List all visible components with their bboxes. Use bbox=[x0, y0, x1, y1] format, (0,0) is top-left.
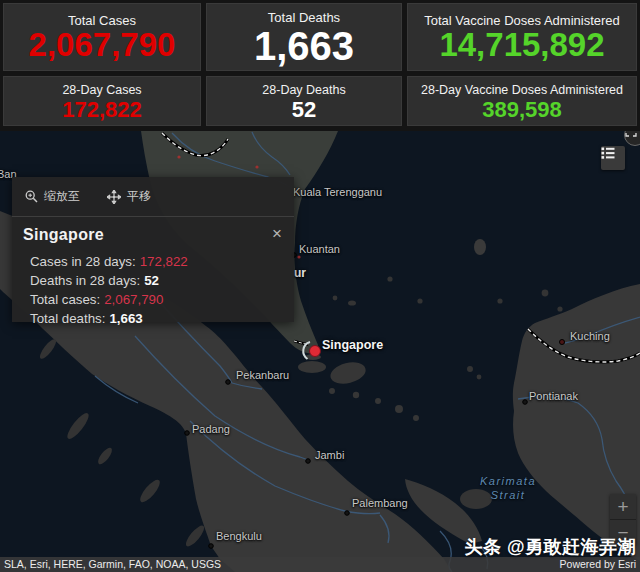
stat-row-label: Cases in 28 days: bbox=[30, 254, 136, 269]
island bbox=[557, 306, 562, 311]
stat-row-value: 172,822 bbox=[140, 254, 188, 269]
island bbox=[329, 388, 335, 394]
stat-label: Total Deaths bbox=[268, 10, 340, 25]
island bbox=[467, 366, 473, 372]
stat-value: 1,663 bbox=[254, 25, 354, 67]
stat-panel-total-deaths: Total Deaths 1,663 bbox=[206, 3, 402, 71]
expand-arrows-icon bbox=[625, 131, 637, 137]
island bbox=[497, 298, 502, 303]
popup-stats: Cases in 28 days:172,822 Deaths in 28 da… bbox=[30, 252, 280, 328]
island bbox=[417, 298, 422, 303]
stats-header: Total Cases 2,067,790 Total Deaths 1,663… bbox=[0, 0, 640, 131]
island bbox=[477, 375, 482, 380]
popup-title: Singapore bbox=[23, 226, 280, 244]
stat-row-value: 1,663 bbox=[109, 311, 142, 326]
stat-row-label: Total deaths: bbox=[30, 311, 105, 326]
stat-label: 28-Day Deaths bbox=[262, 83, 345, 98]
zoom-to-button[interactable]: 缩放至 bbox=[25, 188, 80, 205]
stat-label: 28-Day Vaccine Doses Administered bbox=[421, 83, 623, 98]
pan-label: 平移 bbox=[127, 188, 151, 205]
zoom-in-button[interactable]: + bbox=[610, 494, 636, 519]
popup-stat-row: Total cases:2,067,790 bbox=[30, 290, 280, 309]
strait-line1: Karimata bbox=[476, 474, 540, 488]
map-popup: 缩放至 平移 Singapore × Cases in 28 days:172,… bbox=[12, 177, 294, 322]
stat-panel-total-vaccine-doses: Total Vaccine Doses Administered 14,715,… bbox=[407, 3, 637, 71]
stat-value: 172,822 bbox=[62, 98, 142, 121]
close-icon[interactable]: × bbox=[272, 225, 282, 242]
attribution-sources: SLA, Esri, HERE, Garmin, FAO, NOAA, USGS bbox=[4, 557, 221, 572]
magnifier-plus-icon bbox=[25, 190, 38, 203]
popup-stat-row: Cases in 28 days:172,822 bbox=[30, 252, 280, 271]
stat-panel-total-cases: Total Cases 2,067,790 bbox=[3, 3, 201, 71]
island bbox=[348, 300, 356, 305]
legend-list-icon bbox=[601, 146, 615, 160]
pan-button[interactable]: 平移 bbox=[107, 188, 151, 205]
stat-panel-28day-cases: 28-Day Cases 172,822 bbox=[3, 76, 201, 126]
zoom-to-label: 缩放至 bbox=[44, 188, 80, 205]
stat-panel-28day-deaths: 28-Day Deaths 52 bbox=[206, 76, 402, 126]
island bbox=[387, 276, 392, 281]
stat-value: 389,598 bbox=[482, 98, 562, 121]
popup-toolbar: 缩放至 平移 bbox=[12, 177, 294, 217]
watermark: 头条 @勇敢赶海弄潮 bbox=[464, 535, 636, 559]
map-label-karimata-strait: Karimata Strait bbox=[476, 474, 540, 502]
powered-by-esri: Powered by Esri bbox=[560, 557, 636, 572]
stat-row-label: Total cases: bbox=[30, 292, 100, 307]
island-batam bbox=[298, 361, 326, 373]
island bbox=[542, 290, 549, 297]
stat-value: 52 bbox=[292, 98, 316, 121]
island bbox=[333, 296, 338, 301]
stat-panel-28day-vaccine-doses: 28-Day Vaccine Doses Administered 389,59… bbox=[407, 76, 637, 126]
island bbox=[353, 392, 359, 398]
stat-row-value: 52 bbox=[144, 273, 159, 288]
island bbox=[395, 405, 403, 413]
stat-label: 28-Day Cases bbox=[62, 83, 141, 98]
attribution-bar: SLA, Esri, HERE, Garmin, FAO, NOAA, USGS… bbox=[0, 557, 640, 572]
island bbox=[375, 398, 381, 404]
stat-row-value: 2,067,790 bbox=[104, 292, 163, 307]
popup-stat-row: Total deaths:1,663 bbox=[30, 309, 280, 328]
strait-line2: Strait bbox=[476, 488, 540, 502]
legend-button[interactable] bbox=[601, 146, 625, 170]
island bbox=[413, 415, 419, 421]
popup-stat-row: Deaths in 28 days:52 bbox=[30, 271, 280, 290]
stat-value: 14,715,892 bbox=[439, 28, 604, 63]
stat-value: 2,067,790 bbox=[29, 28, 176, 63]
move-arrows-icon bbox=[107, 190, 121, 204]
stat-row-label: Deaths in 28 days: bbox=[30, 273, 140, 288]
popup-body: Singapore × Cases in 28 days:172,822 Dea… bbox=[12, 217, 294, 328]
island-tioman bbox=[474, 239, 486, 255]
